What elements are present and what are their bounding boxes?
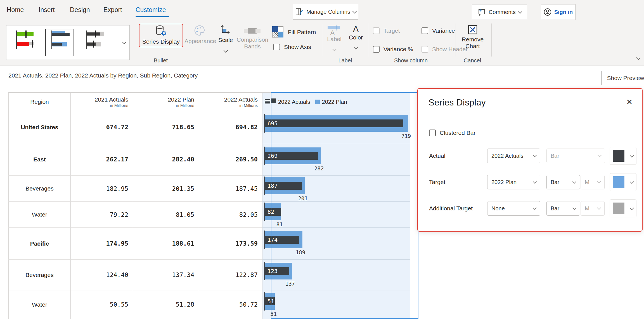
color-button[interactable]: A Color — [347, 24, 365, 50]
header-label: Region — [30, 98, 49, 105]
target-series-dropdown[interactable]: 2022 Plan — [487, 175, 540, 189]
actual-bar: 269 — [265, 152, 318, 160]
series-display-label: Series Display — [141, 38, 181, 45]
gallery-expand-button[interactable] — [119, 25, 130, 60]
table-cell: 50.55 — [71, 290, 133, 319]
series-display-button[interactable]: Series Display — [141, 25, 181, 45]
legend-swatch-actuals — [271, 98, 276, 103]
actual-color-dropdown[interactable] — [610, 147, 636, 165]
gallery-thumb-bullet-plan[interactable] — [42, 25, 77, 60]
manage-columns-button[interactable]: Manage Columns — [293, 4, 358, 20]
table-cell: 187.45 — [199, 176, 262, 202]
additional-series-dropdown[interactable]: None — [487, 201, 540, 216]
bullet-bar: 187 201 — [265, 177, 408, 202]
table-cell: 201.35 — [133, 176, 199, 202]
target-size-dropdown[interactable]: M — [581, 175, 605, 189]
person-icon — [544, 8, 551, 16]
header-label: 2022 Actuals — [224, 96, 258, 103]
group-divider — [456, 23, 456, 57]
remove-chart-button[interactable]: Remove Chart — [461, 25, 485, 50]
chart-column-header[interactable]: 2022 Actuals 2022 Plan — [262, 92, 410, 111]
checkbox-icon — [373, 46, 380, 53]
tab-home[interactable]: Home — [7, 6, 24, 14]
chevron-down-icon — [352, 9, 357, 13]
variance-pct-checkbox[interactable]: Variance % — [373, 46, 413, 53]
label-button[interactable]: A Label — [324, 25, 344, 52]
tab-customize[interactable]: Customize — [136, 6, 166, 14]
actual-style-dropdown[interactable]: Bar — [546, 149, 605, 163]
chevron-down-icon — [598, 153, 602, 157]
plan-value-label: 51 — [270, 311, 277, 317]
additional-color-dropdown[interactable] — [610, 199, 636, 217]
target-checkbox[interactable]: Target — [373, 27, 400, 34]
actual-row-label: Actual — [429, 152, 445, 159]
collapse-ribbon-button[interactable] — [637, 55, 640, 60]
table-cell: 124.40 — [71, 260, 133, 290]
close-icon[interactable]: ✕ — [626, 98, 633, 107]
actual-bar: 82 — [265, 208, 281, 216]
column-header-region[interactable]: Region — [8, 92, 71, 111]
header-label: 2021 Actuals — [95, 96, 128, 103]
comparison-bands-button[interactable]: Comparison Bands — [235, 27, 269, 50]
scale-axis-icon — [220, 25, 231, 35]
label-label: Label — [324, 36, 344, 43]
additional-style-dropdown[interactable]: Bar — [546, 201, 580, 216]
series-display-panel: Series Display ✕ Clustered Bar Actual 20… — [417, 88, 643, 232]
clustered-bar-checkbox[interactable]: Clustered Bar — [429, 130, 475, 136]
database-gear-icon — [155, 25, 167, 37]
group-divider — [491, 23, 492, 57]
chevron-down-icon — [597, 206, 601, 210]
target-style-dropdown[interactable]: Bar — [546, 175, 580, 189]
variance-checkbox[interactable]: Variance — [422, 27, 455, 34]
show-preview-button[interactable]: Show Preview — [602, 71, 644, 85]
sign-in-button[interactable]: Sign in — [541, 4, 576, 20]
actual-bar: 51 — [265, 297, 275, 305]
gallery-thumb-bullet-variance[interactable] — [6, 25, 42, 60]
table-cell: 122.87 — [199, 260, 262, 290]
tab-design[interactable]: Design — [70, 6, 90, 14]
column-header-2021-actuals[interactable]: 2021 Actuals in Millions — [71, 92, 133, 111]
chart-cell[interactable]: 51 51 — [262, 290, 410, 319]
tab-export[interactable]: Export — [103, 6, 122, 14]
actual-value-label: 123 — [267, 268, 278, 274]
dropdown-value: M — [585, 205, 589, 212]
table-cell: 718.65 — [133, 111, 199, 143]
chevron-down-icon — [636, 56, 641, 60]
plan-value-label: 719 — [401, 133, 411, 139]
table-row-region: Water — [8, 290, 71, 319]
chart-cell[interactable]: 187 201 — [262, 176, 410, 202]
chevron-down-icon — [332, 47, 337, 51]
comments-button[interactable]: Comments — [472, 4, 527, 20]
chevron-down-icon — [630, 206, 634, 210]
chevron-down-icon — [533, 153, 537, 157]
additional-size-dropdown[interactable]: M — [581, 201, 605, 216]
fill-pattern-button[interactable]: Fill Pattern — [272, 26, 316, 38]
column-header-2022-actuals[interactable]: 2022 Actuals in Millions — [199, 92, 262, 111]
plan-value-label: 81 — [276, 221, 283, 227]
active-tab-underline — [136, 16, 169, 17]
group-label-show-column: Show column — [389, 57, 433, 64]
tab-insert[interactable]: Insert — [39, 6, 55, 14]
target-color-dropdown[interactable] — [610, 173, 636, 191]
dropdown-value: Bar — [551, 205, 559, 212]
legend-label-actuals: 2022 Actuals — [278, 99, 310, 105]
bullet-bar: 123 137 — [265, 263, 408, 287]
axis-line — [264, 203, 265, 221]
chart-cell[interactable]: 695 719 — [262, 111, 410, 143]
actual-series-dropdown[interactable]: 2022 Actuals — [487, 149, 540, 163]
gallery-thumb-bullet-gray[interactable] — [77, 25, 113, 60]
legend-swatch-plan — [315, 100, 320, 104]
scale-button[interactable]: Scale — [216, 25, 235, 53]
show-axis-checkbox[interactable]: Show Axis — [273, 44, 311, 50]
chevron-down-icon — [630, 153, 634, 158]
chart-cell[interactable]: 174 189 — [262, 228, 410, 260]
remove-chart-label-1: Remove — [461, 36, 485, 43]
axis-line — [264, 231, 265, 249]
column-header-2022-plan[interactable]: 2022 Plan in Millions — [133, 92, 199, 111]
chart-cell[interactable]: 82 81 — [262, 202, 410, 228]
chart-cell[interactable]: 123 137 — [262, 260, 410, 290]
appearance-button[interactable]: Appearance — [184, 25, 215, 44]
chevron-down-icon — [518, 9, 522, 14]
chevron-down-icon — [572, 206, 576, 210]
chart-cell[interactable]: 269 282 — [262, 143, 410, 176]
